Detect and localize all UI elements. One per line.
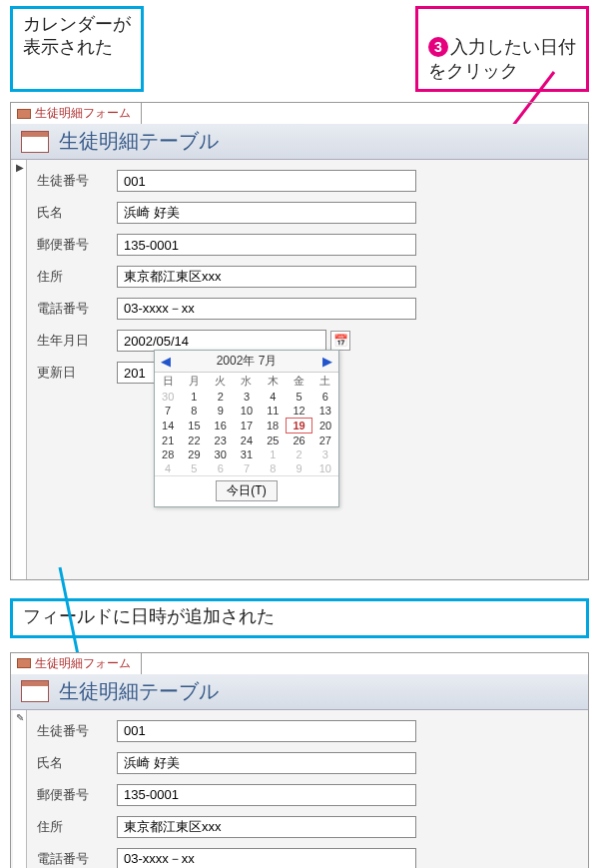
calendar-day[interactable]: 7: [155, 404, 181, 419]
label-name: 氏名: [37, 204, 117, 222]
step3-badge: 3: [428, 37, 448, 57]
page-title: 生徒明細テーブル: [59, 128, 219, 155]
address-field[interactable]: [117, 816, 416, 838]
calendar-day[interactable]: 10: [312, 461, 338, 475]
label-phone: 電話番号: [37, 850, 117, 868]
calendar-day[interactable]: 3: [234, 390, 260, 404]
form-panel-before: 生徒明細フォーム 生徒明細テーブル ▶ 生徒番号 氏名 郵便番号 住所: [10, 102, 589, 580]
calendar-day[interactable]: 8: [181, 404, 207, 419]
phone-field[interactable]: [117, 298, 416, 320]
form-header: 生徒明細テーブル: [11, 124, 588, 160]
calendar-icon[interactable]: [330, 331, 350, 351]
calendar-dow: 水: [234, 373, 260, 390]
label-phone: 電話番号: [37, 300, 117, 318]
callout-calendar-shown: カレンダーが 表示された: [10, 6, 144, 92]
callout-field-added: フィールドに日時が追加された: [10, 598, 589, 637]
calendar-dow: 火: [208, 373, 234, 390]
callout-step3: 3入力したい日付 をクリック: [415, 6, 589, 92]
name-field[interactable]: [117, 202, 416, 224]
calendar-day[interactable]: 2: [286, 447, 311, 461]
form-tab[interactable]: 生徒明細フォーム: [10, 102, 142, 124]
label-birth: 生年月日: [37, 332, 117, 350]
student-id-field[interactable]: [117, 170, 416, 192]
label-address: 住所: [37, 818, 117, 836]
phone-field[interactable]: [117, 848, 416, 868]
calendar-dow: 木: [260, 373, 286, 390]
birth-field[interactable]: [117, 330, 326, 352]
address-field[interactable]: [117, 266, 416, 288]
calendar-day[interactable]: 5: [181, 461, 207, 475]
calendar-day[interactable]: 19: [286, 419, 311, 434]
postal-field[interactable]: [117, 784, 416, 806]
calendar-day[interactable]: 23: [208, 434, 234, 448]
calendar-day[interactable]: 27: [312, 434, 338, 448]
calendar-day[interactable]: 16: [208, 419, 234, 434]
calendar-day[interactable]: 6: [312, 390, 338, 404]
calendar-day[interactable]: 28: [155, 447, 181, 461]
student-id-field[interactable]: [117, 720, 416, 742]
label-updated: 更新日: [37, 364, 117, 382]
calendar-day[interactable]: 30: [208, 447, 234, 461]
form-tab-label: 生徒明細フォーム: [35, 105, 131, 122]
name-field[interactable]: [117, 752, 416, 774]
calendar-day[interactable]: 1: [260, 447, 286, 461]
calendar-day[interactable]: 31: [234, 447, 260, 461]
label-postal: 郵便番号: [37, 236, 117, 254]
calendar-day[interactable]: 14: [155, 419, 181, 434]
today-button[interactable]: 今日(T): [216, 480, 277, 501]
next-month-button[interactable]: ▶: [320, 354, 334, 369]
calendar-dow: 金: [286, 373, 311, 390]
calendar-day[interactable]: 12: [286, 404, 311, 419]
calendar-day[interactable]: 30: [155, 390, 181, 404]
callout-step3-text: 入力したい日付 をクリック: [428, 37, 576, 80]
calendar-title: 2002年 7月: [173, 353, 320, 370]
calendar-day[interactable]: 8: [260, 461, 286, 475]
calendar-day[interactable]: 5: [286, 390, 311, 404]
calendar-dow: 日: [155, 373, 181, 390]
calendar-day[interactable]: 26: [286, 434, 311, 448]
calendar-day[interactable]: 29: [181, 447, 207, 461]
form-header: 生徒明細テーブル: [11, 674, 588, 710]
form-tab-label: 生徒明細フォーム: [35, 655, 131, 672]
record-selector[interactable]: ▶: [13, 160, 27, 579]
calendar-day[interactable]: 18: [260, 419, 286, 434]
label-student-id: 生徒番号: [37, 172, 117, 190]
form-panel-after: 生徒明細フォーム 生徒明細テーブル ✎ 生徒番号 氏名 郵便番号 住所: [10, 652, 589, 868]
calendar-day[interactable]: 3: [312, 447, 338, 461]
postal-field[interactable]: [117, 234, 416, 256]
calendar-day[interactable]: 25: [260, 434, 286, 448]
page-title: 生徒明細テーブル: [59, 678, 219, 705]
calendar-day[interactable]: 7: [234, 461, 260, 475]
table-icon: [21, 131, 49, 153]
calendar-day[interactable]: 11: [260, 404, 286, 419]
calendar-day[interactable]: 22: [181, 434, 207, 448]
calendar-day[interactable]: 20: [312, 419, 338, 434]
calendar-day[interactable]: 10: [234, 404, 260, 419]
calendar-day[interactable]: 9: [286, 461, 311, 475]
date-picker: ◀ 2002年 7月 ▶ 日月火水木金土 3012345678910111213…: [154, 350, 339, 507]
prev-month-button[interactable]: ◀: [159, 354, 173, 369]
form-icon: [17, 658, 31, 668]
calendar-day[interactable]: 4: [260, 390, 286, 404]
record-selector[interactable]: ✎: [13, 710, 27, 868]
calendar-day[interactable]: 15: [181, 419, 207, 434]
calendar-grid: 日月火水木金土 30123456789101112131415161718192…: [155, 373, 338, 475]
calendar-day[interactable]: 1: [181, 390, 207, 404]
label-postal: 郵便番号: [37, 786, 117, 804]
calendar-day[interactable]: 21: [155, 434, 181, 448]
label-address: 住所: [37, 268, 117, 286]
form-icon: [17, 109, 31, 119]
callout-field-added-text: フィールドに日時が追加された: [23, 606, 275, 626]
calendar-day[interactable]: 6: [208, 461, 234, 475]
calendar-day[interactable]: 24: [234, 434, 260, 448]
calendar-dow: 月: [181, 373, 207, 390]
label-student-id: 生徒番号: [37, 722, 117, 740]
form-tab[interactable]: 生徒明細フォーム: [10, 652, 142, 674]
calendar-day[interactable]: 13: [312, 404, 338, 419]
calendar-dow: 土: [312, 373, 338, 390]
calendar-day[interactable]: 9: [208, 404, 234, 419]
calendar-day[interactable]: 17: [234, 419, 260, 434]
calendar-day[interactable]: 4: [155, 461, 181, 475]
table-icon: [21, 680, 49, 702]
calendar-day[interactable]: 2: [208, 390, 234, 404]
